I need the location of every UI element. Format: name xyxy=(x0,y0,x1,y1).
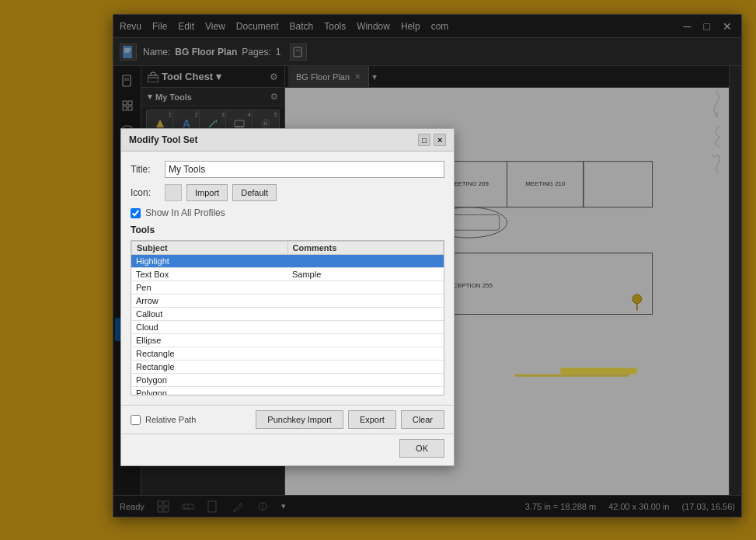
title-form-row: Title: xyxy=(131,161,444,178)
cell-comments: Sample xyxy=(287,268,444,281)
cell-comments xyxy=(287,334,444,347)
cell-subject: Polygon xyxy=(131,387,287,395)
tools-section-label: Tools xyxy=(131,225,444,235)
dialog-controls: □ ✕ xyxy=(418,134,446,146)
default-button[interactable]: Default xyxy=(232,184,277,201)
col-comments: Comments xyxy=(287,242,444,255)
show-all-profiles-label: Show In All Profiles xyxy=(145,207,225,218)
cell-comments xyxy=(287,281,444,294)
title-label: Title: xyxy=(131,164,159,175)
table-row[interactable]: Highlight xyxy=(131,255,444,268)
table-row[interactable]: Rectangle xyxy=(131,347,444,361)
dialog-body: Title: Icon: Import Default Show In All … xyxy=(121,152,454,405)
cell-comments xyxy=(287,387,444,395)
clear-button[interactable]: Clear xyxy=(401,410,444,429)
cell-comments xyxy=(287,255,444,268)
table-row[interactable]: Arrow xyxy=(131,294,444,308)
ok-row: OK xyxy=(121,434,454,465)
relative-path-row: Relative Path xyxy=(131,415,196,425)
col-subject: Subject xyxy=(132,242,288,255)
tools-table-head: Subject Comments xyxy=(131,241,444,255)
icon-preview xyxy=(165,184,182,201)
show-all-profiles-checkbox[interactable] xyxy=(131,208,141,218)
cell-comments xyxy=(287,294,444,308)
table-row[interactable]: Ellipse xyxy=(131,334,444,347)
cell-subject: Polygon xyxy=(131,374,287,387)
table-row[interactable]: Text BoxSample xyxy=(131,268,444,281)
dialog-close-button[interactable]: ✕ xyxy=(434,134,446,146)
tools-table-body: HighlightText BoxSamplePenArrowCalloutCl… xyxy=(131,255,444,395)
relative-path-label: Relative Path xyxy=(145,415,196,424)
cell-subject: Rectangle xyxy=(131,361,287,374)
import-button[interactable]: Import xyxy=(186,184,228,201)
table-row[interactable]: Callout xyxy=(131,308,444,321)
dialog-maximize-button[interactable]: □ xyxy=(418,134,430,146)
icon-controls: Import Default xyxy=(165,184,277,201)
cell-subject: Pen xyxy=(131,281,287,294)
cell-subject: Rectangle xyxy=(131,347,287,361)
punchkey-import-button[interactable]: Punchkey Import xyxy=(256,410,343,429)
icon-form-row: Icon: Import Default xyxy=(131,184,444,201)
dialog-footer: Relative Path Punchkey Import Export Cle… xyxy=(121,405,454,434)
cell-subject: Callout xyxy=(131,308,287,321)
icon-label: Icon: xyxy=(131,187,159,198)
table-row[interactable]: Polygon xyxy=(131,387,444,395)
cell-comments xyxy=(287,321,444,334)
cell-subject: Cloud xyxy=(131,321,287,334)
modify-tool-set-dialog: Modify Tool Set □ ✕ Title: Icon: Import … xyxy=(120,128,455,466)
export-button[interactable]: Export xyxy=(348,410,396,429)
title-input[interactable] xyxy=(165,161,444,178)
cell-subject: Highlight xyxy=(131,255,287,268)
tools-table: Subject Comments HighlightText BoxSample… xyxy=(131,240,444,395)
cell-subject: Arrow xyxy=(131,294,287,308)
ok-button[interactable]: OK xyxy=(399,439,444,458)
table-row[interactable]: Rectangle xyxy=(131,361,444,374)
cell-comments xyxy=(287,361,444,374)
table-row[interactable]: Polygon xyxy=(131,374,444,387)
table-row[interactable]: Pen xyxy=(131,281,444,294)
dialog-title-bar: Modify Tool Set □ ✕ xyxy=(121,129,454,152)
show-all-profiles-row: Show In All Profiles xyxy=(131,207,444,218)
cell-comments xyxy=(287,374,444,387)
table-row[interactable]: Cloud xyxy=(131,321,444,334)
relative-path-checkbox[interactable] xyxy=(131,415,141,425)
dialog-title: Modify Tool Set xyxy=(129,134,197,145)
cell-comments xyxy=(287,308,444,321)
cell-subject: Ellipse xyxy=(131,334,287,347)
cell-comments xyxy=(287,347,444,361)
cell-subject: Text Box xyxy=(131,268,287,281)
